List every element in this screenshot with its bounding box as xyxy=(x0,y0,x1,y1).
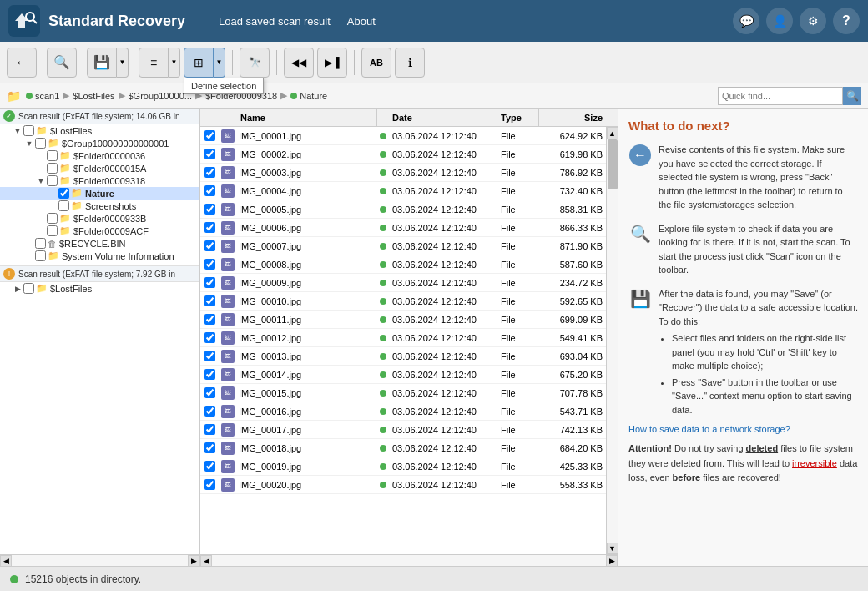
table-row[interactable]: 🖼 IMG_00010.jpg 03.06.2024 12:12:40 File… xyxy=(200,292,606,311)
row-checkbox-cell[interactable] xyxy=(200,351,219,361)
table-row[interactable]: 🖼 IMG_00009.jpg 03.06.2024 12:12:40 File… xyxy=(200,274,606,292)
tree-lostfiles[interactable]: ▼ 📁 $LostFiles xyxy=(0,124,199,137)
find-button[interactable]: 🔭 xyxy=(240,48,270,78)
row-checkbox[interactable] xyxy=(204,296,215,306)
tree-group-checkbox[interactable] xyxy=(35,138,46,149)
quick-find-input[interactable] xyxy=(718,87,843,105)
table-row[interactable]: 🖼 IMG_00015.jpg 03.06.2024 12:12:40 File… xyxy=(200,384,606,402)
prev-button[interactable]: ◀◀ xyxy=(284,48,314,78)
row-checkbox[interactable] xyxy=(204,406,215,417)
tree-nature-checkbox[interactable] xyxy=(58,188,69,199)
row-checkbox-cell[interactable] xyxy=(200,130,219,141)
row-checkbox-cell[interactable] xyxy=(200,369,219,380)
row-checkbox[interactable] xyxy=(204,461,215,472)
info-button[interactable]: ℹ xyxy=(395,48,425,78)
preview-button[interactable]: АB xyxy=(361,48,391,78)
row-checkbox-cell[interactable] xyxy=(200,240,219,251)
file-list-scroll[interactable]: 🖼 IMG_00001.jpg 03.06.2024 12:12:40 File… xyxy=(200,127,618,554)
row-checkbox-cell[interactable] xyxy=(200,259,219,270)
tree-scroll-left[interactable]: ◀ xyxy=(0,555,12,567)
breadcrumb-item-lostfiles[interactable]: $LostFiles xyxy=(73,91,114,101)
row-checkbox[interactable] xyxy=(204,369,215,380)
back-button[interactable]: ← xyxy=(7,48,37,78)
table-row[interactable]: 🖼 IMG_00003.jpg 03.06.2024 12:12:40 File… xyxy=(200,164,606,182)
vscroll-up[interactable]: ▲ xyxy=(607,127,618,139)
row-checkbox[interactable] xyxy=(204,222,215,233)
gridview-button[interactable]: ⊞ xyxy=(184,48,214,78)
tree-lostfiles2[interactable]: ▶ 📁 $LostFiles xyxy=(0,282,199,295)
row-checkbox[interactable] xyxy=(204,240,215,251)
tree-scroll-right[interactable]: ▶ xyxy=(188,555,199,567)
table-row[interactable]: 🖼 IMG_00014.jpg 03.06.2024 12:12:40 File… xyxy=(200,366,606,384)
table-row[interactable]: 🖼 IMG_00004.jpg 03.06.2024 12:12:40 File… xyxy=(200,182,606,200)
row-checkbox[interactable] xyxy=(204,387,215,398)
tree-folder9318[interactable]: ▼ 📁 $Folder00009318 xyxy=(0,174,199,187)
breadcrumb-item-group[interactable]: $Group10000... xyxy=(129,91,192,101)
row-checkbox[interactable] xyxy=(204,149,215,159)
tree-folder933b[interactable]: 📁 $Folder0000933B xyxy=(0,212,199,225)
row-checkbox-cell[interactable] xyxy=(200,167,219,178)
scan-result-2[interactable]: ! Scan result (ExFAT file system; 7.92 G… xyxy=(0,265,199,282)
row-checkbox-cell[interactable] xyxy=(200,461,219,472)
listview-button[interactable]: ≡ xyxy=(139,48,169,78)
tree-folder36-checkbox[interactable] xyxy=(47,150,58,161)
tree-sysvolume[interactable]: 📁 System Volume Information xyxy=(0,250,199,262)
table-row[interactable]: 🖼 IMG_00012.jpg 03.06.2024 12:12:40 File… xyxy=(200,329,606,347)
scan-result-1[interactable]: ✓ Scan result (ExFAT file system; 14.06 … xyxy=(0,109,199,124)
tree-screenshots[interactable]: 📁 Screenshots xyxy=(0,200,199,212)
quick-find-button[interactable]: 🔍 xyxy=(843,87,861,105)
table-row[interactable]: 🖼 IMG_00017.jpg 03.06.2024 12:12:40 File… xyxy=(200,421,606,439)
row-checkbox-cell[interactable] xyxy=(200,387,219,398)
row-checkbox[interactable] xyxy=(204,332,215,343)
row-checkbox[interactable] xyxy=(204,351,215,361)
row-checkbox[interactable] xyxy=(204,479,215,490)
settings-icon[interactable]: ⚙ xyxy=(800,8,826,34)
next-button[interactable]: ▶▐ xyxy=(317,48,347,78)
tree-screenshots-checkbox[interactable] xyxy=(58,200,69,211)
tree-lostfiles2-checkbox[interactable] xyxy=(23,283,34,294)
table-row[interactable]: 🖼 IMG_00020.jpg 03.06.2024 12:12:40 File… xyxy=(200,476,606,494)
row-checkbox[interactable] xyxy=(204,167,215,178)
table-row[interactable]: 🖼 IMG_00001.jpg 03.06.2024 12:12:40 File… xyxy=(200,127,606,145)
row-checkbox[interactable] xyxy=(204,130,215,141)
tree-folder15a[interactable]: 📁 $Folder0000015A xyxy=(0,162,199,174)
row-checkbox-cell[interactable] xyxy=(200,406,219,417)
row-checkbox-cell[interactable] xyxy=(200,277,219,288)
row-checkbox[interactable] xyxy=(204,259,215,270)
network-storage-link[interactable]: How to save data to a network storage? xyxy=(628,424,790,434)
help-icon[interactable]: ? xyxy=(833,8,860,34)
row-checkbox-cell[interactable] xyxy=(200,314,219,325)
tree-lostfiles-checkbox[interactable] xyxy=(23,125,34,136)
row-checkbox-cell[interactable] xyxy=(200,479,219,490)
table-row[interactable]: 🖼 IMG_00016.jpg 03.06.2024 12:12:40 File… xyxy=(200,402,606,421)
save-button[interactable]: 💾 xyxy=(87,48,117,78)
tree-nature[interactable]: 📁 Nature xyxy=(0,187,199,200)
row-checkbox[interactable] xyxy=(204,442,215,453)
tree-folder933b-checkbox[interactable] xyxy=(47,213,58,224)
table-row[interactable]: 🖼 IMG_00005.jpg 03.06.2024 12:12:40 File… xyxy=(200,200,606,219)
vscroll-down[interactable]: ▼ xyxy=(607,543,618,554)
table-row[interactable]: 🖼 IMG_00007.jpg 03.06.2024 12:12:40 File… xyxy=(200,237,606,255)
about-nav[interactable]: About xyxy=(347,15,376,28)
tree-folder9318-checkbox[interactable] xyxy=(47,175,58,186)
row-checkbox-cell[interactable] xyxy=(200,185,219,196)
load-scan-nav[interactable]: Load saved scan result xyxy=(219,15,331,28)
table-row[interactable]: 🖼 IMG_00018.jpg 03.06.2024 12:12:40 File… xyxy=(200,439,606,457)
row-checkbox-cell[interactable] xyxy=(200,442,219,453)
table-row[interactable]: 🖼 IMG_00019.jpg 03.06.2024 12:12:40 File… xyxy=(200,457,606,476)
breadcrumb-item-nature[interactable]: Nature xyxy=(290,91,327,101)
table-row[interactable]: 🖼 IMG_00011.jpg 03.06.2024 12:12:40 File… xyxy=(200,311,606,329)
save-dropdown[interactable]: ▼ xyxy=(117,48,129,78)
scan-button[interactable]: 🔍 xyxy=(47,48,77,78)
row-checkbox-cell[interactable] xyxy=(200,204,219,215)
table-row[interactable]: 🖼 IMG_00002.jpg 03.06.2024 12:12:40 File… xyxy=(200,145,606,164)
listview-dropdown[interactable]: ▼ xyxy=(169,48,180,78)
row-checkbox[interactable] xyxy=(204,204,215,215)
tree-recycle-checkbox[interactable] xyxy=(35,238,46,249)
breadcrumb-item-scan1[interactable]: scan1 xyxy=(26,91,59,101)
tree-folder9acf-checkbox[interactable] xyxy=(47,225,58,236)
tree-group[interactable]: ▼ 📁 $Group100000000000001 xyxy=(0,137,199,149)
row-checkbox-cell[interactable] xyxy=(200,296,219,306)
tree-folder15a-checkbox[interactable] xyxy=(47,163,58,174)
table-row[interactable]: 🖼 IMG_00008.jpg 03.06.2024 12:12:40 File… xyxy=(200,255,606,274)
